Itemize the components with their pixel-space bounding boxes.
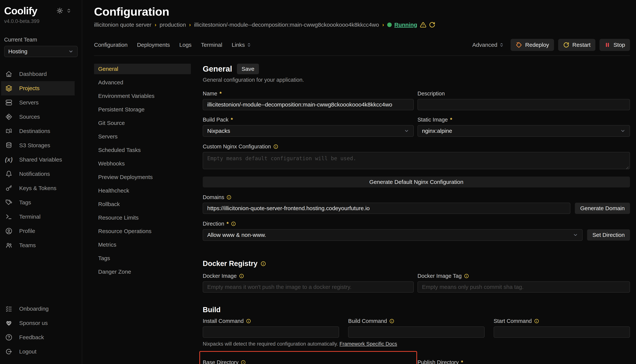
sidebar-item-keys-tokens[interactable]: Keys & Tokens — [1, 181, 75, 195]
stop-button[interactable]: Stop — [599, 39, 630, 51]
info-icon[interactable] — [534, 318, 539, 324]
chevron-down-icon — [620, 128, 625, 134]
build-pack-value: Nixpacks — [207, 128, 230, 134]
theme-unfold-icon[interactable] — [66, 8, 71, 13]
static-image-label: Static Image — [417, 117, 448, 123]
team-select-value: Hosting — [8, 48, 28, 55]
tab-terminal[interactable]: Terminal — [201, 42, 222, 48]
breadcrumb-project[interactable]: illicitonion quote server — [94, 22, 151, 28]
status-dot — [387, 22, 392, 27]
info-icon[interactable] — [241, 360, 246, 364]
team-select[interactable]: Hosting — [4, 46, 78, 57]
sidebar-item-label: Sponsor us — [19, 320, 48, 326]
direction-select[interactable]: Allow www & non-www. — [203, 229, 583, 241]
sidebar-item-s3-storages[interactable]: S3 Storages — [1, 138, 75, 152]
sidebar-item-label: Keys & Tokens — [19, 185, 56, 192]
build-pack-label: Build Pack — [203, 117, 229, 123]
sidebar-item-teams[interactable]: Teams — [1, 238, 75, 252]
info-icon[interactable] — [389, 318, 394, 324]
build-command-input[interactable] — [348, 326, 484, 338]
key-icon — [5, 185, 13, 192]
settings-subnav: General Advanced Environment Variables P… — [94, 64, 191, 364]
sidebar-item-servers[interactable]: Servers — [1, 96, 75, 110]
subnav-rollback[interactable]: Rollback — [94, 199, 191, 210]
name-label: Name — [203, 90, 217, 97]
subnav-metrics[interactable]: Metrics — [94, 240, 191, 250]
subnav-servers[interactable]: Servers — [94, 131, 191, 142]
sidebar-item-tags[interactable]: Tags — [1, 195, 75, 210]
chevron-down-icon — [404, 128, 409, 134]
docker-image-input[interactable] — [203, 281, 414, 293]
subnav-persistent-storage[interactable]: Persistent Storage — [94, 104, 191, 115]
start-command-input[interactable] — [494, 326, 630, 338]
subnav-preview-deployments[interactable]: Preview Deployments — [94, 172, 191, 182]
subnav-tags[interactable]: Tags — [94, 253, 191, 264]
domains-input[interactable] — [203, 203, 570, 214]
restart-button[interactable]: Restart — [558, 39, 595, 51]
subnav-advanced[interactable]: Advanced — [94, 77, 191, 88]
subnav-resource-limits[interactable]: Resource Limits — [94, 212, 191, 223]
install-command-input[interactable] — [203, 326, 339, 338]
warning-triangle-icon[interactable] — [420, 22, 426, 28]
build-pack-select[interactable]: Nixpacks — [203, 125, 414, 137]
subnav-general[interactable]: General — [94, 64, 191, 74]
sidebar-item-sources[interactable]: Sources — [1, 110, 75, 124]
subnav-scheduled-tasks[interactable]: Scheduled Tasks — [94, 145, 191, 155]
subnav-git-source[interactable]: Git Source — [94, 118, 191, 128]
sidebar-item-sponsor[interactable]: Sponsor us — [1, 316, 75, 330]
subnav-webhooks[interactable]: Webhooks — [94, 158, 191, 169]
set-direction-button[interactable]: Set Direction — [587, 229, 630, 240]
info-icon[interactable] — [231, 221, 236, 226]
sidebar-item-dashboard[interactable]: Dashboard — [1, 67, 75, 81]
chevron-right-icon: › — [189, 22, 191, 28]
home-icon — [5, 70, 13, 78]
description-input[interactable] — [417, 99, 630, 110]
domains-label: Domains — [203, 194, 224, 200]
tab-links[interactable]: Links — [232, 42, 251, 48]
nginx-config-textarea[interactable] — [203, 152, 630, 169]
generate-nginx-button[interactable]: Generate Default Nginx Configuration — [203, 176, 630, 188]
subnav-environment-variables[interactable]: Environment Variables — [94, 91, 191, 101]
static-image-select[interactable]: nginx:alpine — [417, 125, 630, 137]
subnav-healthcheck[interactable]: Healthcheck — [94, 186, 191, 196]
unfold-icon — [499, 43, 504, 47]
tab-logs[interactable]: Logs — [179, 42, 192, 48]
sidebar-item-notifications[interactable]: Notifications — [1, 167, 75, 181]
info-icon[interactable] — [261, 261, 266, 266]
info-icon[interactable] — [273, 144, 278, 149]
sidebar-item-feedback[interactable]: Feedback — [1, 330, 75, 344]
sidebar-item-onboarding[interactable]: Onboarding — [1, 302, 75, 316]
refresh-icon[interactable] — [429, 22, 435, 28]
subnav-resource-operations[interactable]: Resource Operations — [94, 226, 191, 236]
app-logo: Coolify — [4, 5, 37, 16]
sidebar-item-terminal[interactable]: Terminal — [1, 210, 75, 224]
chevron-down-icon — [573, 232, 578, 238]
map-icon — [5, 128, 13, 134]
sidebar-item-projects[interactable]: Projects — [1, 81, 75, 96]
save-button[interactable]: Save — [237, 64, 259, 74]
breadcrumb-environment[interactable]: production — [159, 22, 186, 28]
sidebar-item-shared-variables[interactable]: (x) Shared Variables — [1, 152, 75, 167]
tab-deployments[interactable]: Deployments — [137, 42, 170, 48]
status-badge[interactable]: Running — [394, 22, 417, 28]
breadcrumb-application[interactable]: illicitestonion/-module--decomposition:m… — [194, 22, 379, 28]
info-icon[interactable] — [246, 318, 251, 324]
generate-domain-button[interactable]: Generate Domain — [575, 203, 630, 214]
advanced-dropdown[interactable]: Advanced — [472, 42, 504, 48]
info-icon[interactable] — [227, 195, 232, 200]
sidebar-item-profile[interactable]: Profile — [1, 224, 75, 238]
subnav-danger-zone[interactable]: Danger Zone — [94, 266, 191, 277]
redeploy-button[interactable]: Redeploy — [511, 39, 554, 51]
info-icon[interactable] — [239, 274, 244, 278]
docker-tag-input[interactable] — [417, 281, 630, 293]
name-input[interactable] — [203, 99, 414, 110]
sidebar-item-label: Teams — [19, 242, 36, 248]
framework-docs-link[interactable]: Framework Specific Docs — [339, 341, 397, 347]
sidebar-item-logout[interactable]: Logout — [1, 344, 75, 359]
tab-configuration[interactable]: Configuration — [94, 42, 127, 48]
users-icon — [5, 242, 13, 249]
theme-toggle-sun-icon[interactable] — [57, 8, 63, 14]
info-icon[interactable] — [464, 274, 469, 278]
sidebar-item-destinations[interactable]: Destinations — [1, 124, 75, 138]
heart-icon — [5, 320, 13, 326]
